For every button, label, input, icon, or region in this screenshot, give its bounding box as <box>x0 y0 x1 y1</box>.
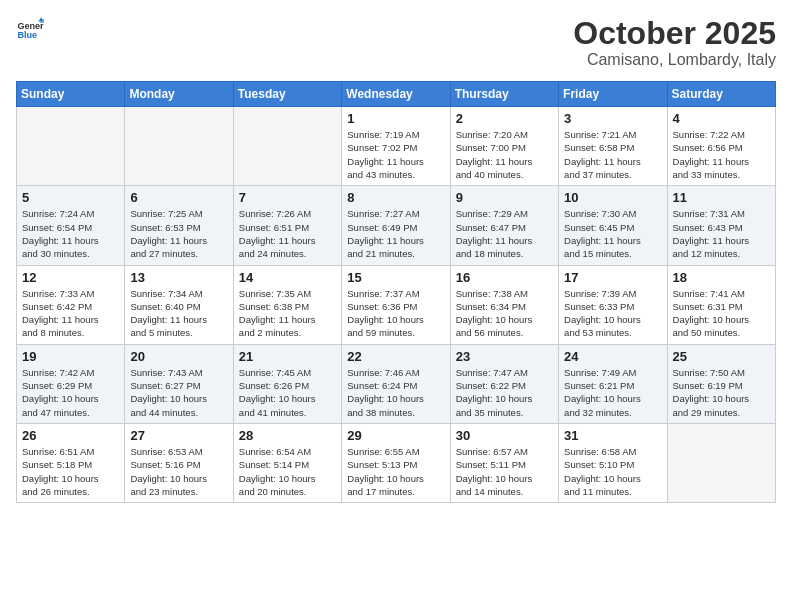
calendar-week-row-2: 5Sunrise: 7:24 AM Sunset: 6:54 PM Daylig… <box>17 186 776 265</box>
calendar-day-26: 26Sunrise: 6:51 AM Sunset: 5:18 PM Dayli… <box>17 423 125 502</box>
calendar-header-friday: Friday <box>559 82 667 107</box>
day-number: 10 <box>564 190 661 205</box>
calendar-header-sunday: Sunday <box>17 82 125 107</box>
day-number: 26 <box>22 428 119 443</box>
day-number: 1 <box>347 111 444 126</box>
calendar-header-saturday: Saturday <box>667 82 775 107</box>
day-number: 7 <box>239 190 336 205</box>
calendar: SundayMondayTuesdayWednesdayThursdayFrid… <box>16 81 776 503</box>
calendar-day-empty <box>233 107 341 186</box>
day-info: Sunrise: 7:49 AM Sunset: 6:21 PM Dayligh… <box>564 366 661 419</box>
svg-text:Blue: Blue <box>17 30 37 40</box>
day-info: Sunrise: 7:33 AM Sunset: 6:42 PM Dayligh… <box>22 287 119 340</box>
day-number: 28 <box>239 428 336 443</box>
day-number: 3 <box>564 111 661 126</box>
day-info: Sunrise: 7:50 AM Sunset: 6:19 PM Dayligh… <box>673 366 770 419</box>
calendar-day-30: 30Sunrise: 6:57 AM Sunset: 5:11 PM Dayli… <box>450 423 558 502</box>
day-number: 9 <box>456 190 553 205</box>
logo: General Blue <box>16 16 44 44</box>
calendar-day-14: 14Sunrise: 7:35 AM Sunset: 6:38 PM Dayli… <box>233 265 341 344</box>
day-info: Sunrise: 7:41 AM Sunset: 6:31 PM Dayligh… <box>673 287 770 340</box>
header: General Blue October 2025 Camisano, Lomb… <box>16 16 776 69</box>
day-info: Sunrise: 7:21 AM Sunset: 6:58 PM Dayligh… <box>564 128 661 181</box>
day-number: 27 <box>130 428 227 443</box>
day-info: Sunrise: 6:55 AM Sunset: 5:13 PM Dayligh… <box>347 445 444 498</box>
calendar-day-27: 27Sunrise: 6:53 AM Sunset: 5:16 PM Dayli… <box>125 423 233 502</box>
day-info: Sunrise: 7:30 AM Sunset: 6:45 PM Dayligh… <box>564 207 661 260</box>
calendar-day-8: 8Sunrise: 7:27 AM Sunset: 6:49 PM Daylig… <box>342 186 450 265</box>
day-info: Sunrise: 7:43 AM Sunset: 6:27 PM Dayligh… <box>130 366 227 419</box>
calendar-day-15: 15Sunrise: 7:37 AM Sunset: 6:36 PM Dayli… <box>342 265 450 344</box>
day-number: 21 <box>239 349 336 364</box>
calendar-day-6: 6Sunrise: 7:25 AM Sunset: 6:53 PM Daylig… <box>125 186 233 265</box>
calendar-day-9: 9Sunrise: 7:29 AM Sunset: 6:47 PM Daylig… <box>450 186 558 265</box>
day-info: Sunrise: 7:26 AM Sunset: 6:51 PM Dayligh… <box>239 207 336 260</box>
calendar-day-24: 24Sunrise: 7:49 AM Sunset: 6:21 PM Dayli… <box>559 344 667 423</box>
day-number: 4 <box>673 111 770 126</box>
calendar-day-3: 3Sunrise: 7:21 AM Sunset: 6:58 PM Daylig… <box>559 107 667 186</box>
day-info: Sunrise: 7:20 AM Sunset: 7:00 PM Dayligh… <box>456 128 553 181</box>
logo-icon: General Blue <box>16 16 44 44</box>
day-info: Sunrise: 7:39 AM Sunset: 6:33 PM Dayligh… <box>564 287 661 340</box>
day-number: 13 <box>130 270 227 285</box>
day-info: Sunrise: 7:47 AM Sunset: 6:22 PM Dayligh… <box>456 366 553 419</box>
day-number: 25 <box>673 349 770 364</box>
calendar-week-row-1: 1Sunrise: 7:19 AM Sunset: 7:02 PM Daylig… <box>17 107 776 186</box>
title-area: October 2025 Camisano, Lombardy, Italy <box>573 16 776 69</box>
day-info: Sunrise: 6:54 AM Sunset: 5:14 PM Dayligh… <box>239 445 336 498</box>
calendar-day-16: 16Sunrise: 7:38 AM Sunset: 6:34 PM Dayli… <box>450 265 558 344</box>
day-info: Sunrise: 6:53 AM Sunset: 5:16 PM Dayligh… <box>130 445 227 498</box>
day-info: Sunrise: 7:24 AM Sunset: 6:54 PM Dayligh… <box>22 207 119 260</box>
day-info: Sunrise: 7:25 AM Sunset: 6:53 PM Dayligh… <box>130 207 227 260</box>
day-info: Sunrise: 6:51 AM Sunset: 5:18 PM Dayligh… <box>22 445 119 498</box>
calendar-day-1: 1Sunrise: 7:19 AM Sunset: 7:02 PM Daylig… <box>342 107 450 186</box>
calendar-day-empty <box>17 107 125 186</box>
day-number: 8 <box>347 190 444 205</box>
day-info: Sunrise: 7:37 AM Sunset: 6:36 PM Dayligh… <box>347 287 444 340</box>
month-title: October 2025 <box>573 16 776 51</box>
day-number: 18 <box>673 270 770 285</box>
day-info: Sunrise: 7:31 AM Sunset: 6:43 PM Dayligh… <box>673 207 770 260</box>
svg-text:General: General <box>17 21 44 31</box>
calendar-header-row: SundayMondayTuesdayWednesdayThursdayFrid… <box>17 82 776 107</box>
calendar-day-25: 25Sunrise: 7:50 AM Sunset: 6:19 PM Dayli… <box>667 344 775 423</box>
calendar-day-empty <box>125 107 233 186</box>
day-number: 19 <box>22 349 119 364</box>
calendar-header-wednesday: Wednesday <box>342 82 450 107</box>
day-info: Sunrise: 7:35 AM Sunset: 6:38 PM Dayligh… <box>239 287 336 340</box>
day-info: Sunrise: 6:57 AM Sunset: 5:11 PM Dayligh… <box>456 445 553 498</box>
calendar-header-thursday: Thursday <box>450 82 558 107</box>
day-info: Sunrise: 6:58 AM Sunset: 5:10 PM Dayligh… <box>564 445 661 498</box>
calendar-header-monday: Monday <box>125 82 233 107</box>
day-number: 22 <box>347 349 444 364</box>
calendar-day-7: 7Sunrise: 7:26 AM Sunset: 6:51 PM Daylig… <box>233 186 341 265</box>
calendar-day-19: 19Sunrise: 7:42 AM Sunset: 6:29 PM Dayli… <box>17 344 125 423</box>
calendar-day-20: 20Sunrise: 7:43 AM Sunset: 6:27 PM Dayli… <box>125 344 233 423</box>
calendar-day-22: 22Sunrise: 7:46 AM Sunset: 6:24 PM Dayli… <box>342 344 450 423</box>
day-number: 2 <box>456 111 553 126</box>
day-number: 11 <box>673 190 770 205</box>
day-number: 14 <box>239 270 336 285</box>
day-info: Sunrise: 7:34 AM Sunset: 6:40 PM Dayligh… <box>130 287 227 340</box>
calendar-day-13: 13Sunrise: 7:34 AM Sunset: 6:40 PM Dayli… <box>125 265 233 344</box>
calendar-day-21: 21Sunrise: 7:45 AM Sunset: 6:26 PM Dayli… <box>233 344 341 423</box>
day-number: 16 <box>456 270 553 285</box>
day-number: 12 <box>22 270 119 285</box>
calendar-week-row-3: 12Sunrise: 7:33 AM Sunset: 6:42 PM Dayli… <box>17 265 776 344</box>
calendar-day-2: 2Sunrise: 7:20 AM Sunset: 7:00 PM Daylig… <box>450 107 558 186</box>
calendar-day-23: 23Sunrise: 7:47 AM Sunset: 6:22 PM Dayli… <box>450 344 558 423</box>
day-info: Sunrise: 7:22 AM Sunset: 6:56 PM Dayligh… <box>673 128 770 181</box>
calendar-day-31: 31Sunrise: 6:58 AM Sunset: 5:10 PM Dayli… <box>559 423 667 502</box>
day-number: 31 <box>564 428 661 443</box>
day-number: 30 <box>456 428 553 443</box>
day-info: Sunrise: 7:27 AM Sunset: 6:49 PM Dayligh… <box>347 207 444 260</box>
calendar-day-28: 28Sunrise: 6:54 AM Sunset: 5:14 PM Dayli… <box>233 423 341 502</box>
calendar-day-29: 29Sunrise: 6:55 AM Sunset: 5:13 PM Dayli… <box>342 423 450 502</box>
day-info: Sunrise: 7:46 AM Sunset: 6:24 PM Dayligh… <box>347 366 444 419</box>
calendar-day-4: 4Sunrise: 7:22 AM Sunset: 6:56 PM Daylig… <box>667 107 775 186</box>
location-title: Camisano, Lombardy, Italy <box>573 51 776 69</box>
calendar-day-5: 5Sunrise: 7:24 AM Sunset: 6:54 PM Daylig… <box>17 186 125 265</box>
day-number: 20 <box>130 349 227 364</box>
day-info: Sunrise: 7:19 AM Sunset: 7:02 PM Dayligh… <box>347 128 444 181</box>
day-number: 17 <box>564 270 661 285</box>
